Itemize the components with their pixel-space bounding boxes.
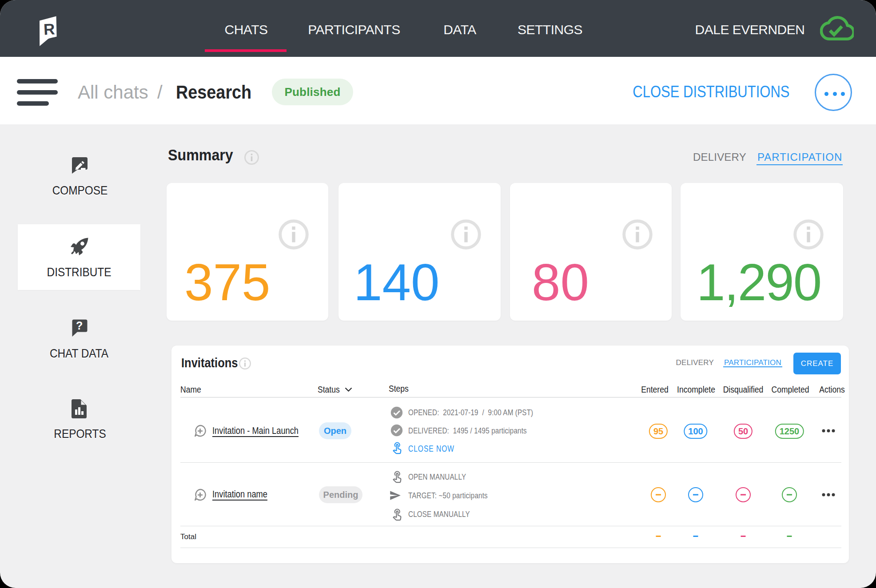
- svg-text:?: ?: [76, 319, 83, 332]
- svg-text:R: R: [43, 20, 55, 38]
